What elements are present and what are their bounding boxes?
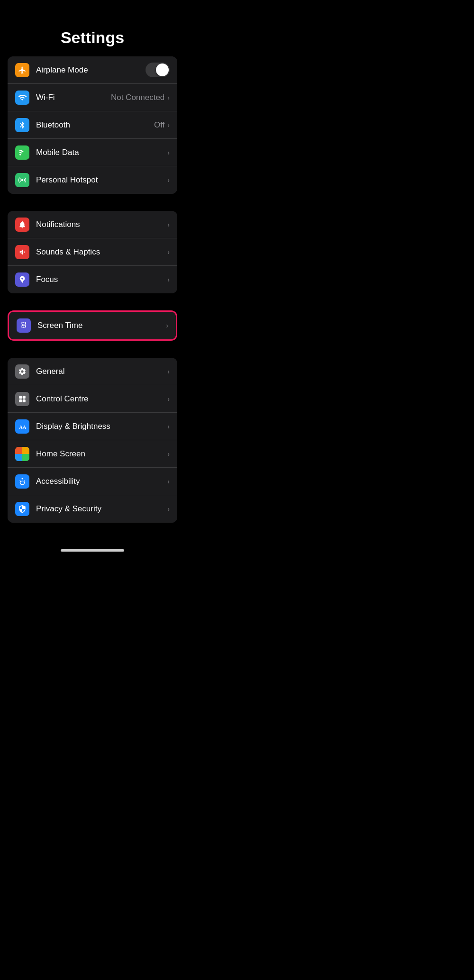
bluetooth-chevron: ›: [167, 121, 170, 129]
svg-rect-1: [19, 396, 22, 399]
accessibility-icon: [15, 474, 29, 489]
home-indicator: [0, 540, 185, 555]
svg-rect-2: [23, 396, 26, 399]
general-row[interactable]: General ›: [8, 358, 177, 385]
svg-point-6: [22, 478, 23, 479]
screen-time-highlight-border: Screen Time ›: [8, 310, 177, 341]
airplane-mode-toggle[interactable]: [146, 63, 170, 77]
screen-time-label: Screen Time: [37, 321, 166, 330]
privacy-chevron: ›: [167, 505, 170, 513]
focus-chevron: ›: [167, 276, 170, 283]
page-title: Settings: [8, 28, 177, 47]
wifi-icon: [15, 91, 29, 105]
personal-hotspot-row[interactable]: Personal Hotspot ›: [8, 166, 177, 194]
wifi-chevron: ›: [167, 94, 170, 101]
notifications-icon: [15, 218, 29, 232]
mobile-data-chevron: ›: [167, 149, 170, 156]
sounds-haptics-label: Sounds & Haptics: [36, 247, 167, 257]
home-screen-row[interactable]: Home Screen ›: [8, 440, 177, 468]
privacy-icon: [15, 502, 29, 516]
connectivity-group: Airplane Mode Wi-Fi Not Connected ›: [8, 56, 177, 194]
privacy-row[interactable]: Privacy & Security ›: [8, 495, 177, 523]
general-icon: [15, 364, 29, 379]
focus-row[interactable]: Focus ›: [8, 266, 177, 293]
control-centre-row[interactable]: Control Centre ›: [8, 385, 177, 413]
bluetooth-icon: [15, 118, 29, 132]
screen-time-row[interactable]: Screen Time ›: [9, 312, 176, 339]
sounds-haptics-row[interactable]: Sounds & Haptics ›: [8, 238, 177, 266]
svg-rect-3: [19, 399, 22, 402]
svg-rect-4: [23, 399, 26, 402]
wifi-label: Wi-Fi: [36, 93, 111, 102]
airplane-mode-icon: [15, 63, 29, 77]
notifications-chevron: ›: [167, 221, 170, 228]
mobile-data-row[interactable]: Mobile Data ›: [8, 139, 177, 166]
focus-icon: [15, 272, 29, 287]
bluetooth-label: Bluetooth: [36, 120, 154, 130]
accessibility-chevron: ›: [167, 478, 170, 485]
accessibility-row[interactable]: Accessibility ›: [8, 468, 177, 495]
svg-text:AA: AA: [19, 424, 27, 429]
control-centre-label: Control Centre: [36, 394, 167, 404]
svg-point-0: [21, 179, 24, 181]
general-group: General › Control Centre › AA: [8, 358, 177, 523]
display-brightness-icon: AA: [15, 419, 29, 434]
display-brightness-chevron: ›: [167, 423, 170, 430]
display-brightness-label: Display & Brightness: [36, 422, 167, 431]
control-centre-chevron: ›: [167, 395, 170, 403]
settings-page: Settings Airplane Mode: [0, 0, 185, 574]
personal-hotspot-chevron: ›: [167, 176, 170, 184]
notifications-label: Notifications: [36, 220, 167, 229]
wifi-value: Not Connected: [111, 93, 164, 102]
notifications-group: Notifications › Sounds & Haptics ›: [8, 211, 177, 293]
wifi-row[interactable]: Wi-Fi Not Connected ›: [8, 84, 177, 111]
airplane-mode-label: Airplane Mode: [36, 65, 146, 75]
notifications-row[interactable]: Notifications ›: [8, 211, 177, 238]
sounds-haptics-chevron: ›: [167, 248, 170, 256]
personal-hotspot-label: Personal Hotspot: [36, 175, 167, 185]
airplane-toggle-track[interactable]: [146, 63, 170, 77]
display-brightness-row[interactable]: AA Display & Brightness ›: [8, 413, 177, 440]
home-screen-chevron: ›: [167, 450, 170, 458]
accessibility-label: Accessibility: [36, 477, 167, 486]
general-chevron: ›: [167, 368, 170, 375]
sounds-haptics-icon: [15, 245, 29, 259]
screen-time-icon: [17, 318, 31, 333]
general-label: General: [36, 367, 167, 376]
bluetooth-row[interactable]: Bluetooth Off ›: [8, 111, 177, 139]
airplane-mode-row[interactable]: Airplane Mode: [8, 56, 177, 84]
airplane-toggle-knob: [156, 64, 169, 76]
personal-hotspot-icon: [15, 173, 29, 187]
home-screen-icon: [15, 447, 29, 461]
home-screen-label: Home Screen: [36, 449, 167, 459]
focus-label: Focus: [36, 275, 167, 284]
bluetooth-value: Off: [154, 120, 164, 130]
screen-time-chevron: ›: [166, 322, 168, 329]
privacy-label: Privacy & Security: [36, 504, 167, 514]
header: Settings: [0, 0, 185, 56]
control-centre-icon: [15, 392, 29, 406]
screen-time-group-wrapper: Screen Time ›: [8, 310, 177, 341]
mobile-data-label: Mobile Data: [36, 148, 167, 157]
mobile-data-icon: [15, 145, 29, 160]
home-bar: [61, 549, 124, 552]
